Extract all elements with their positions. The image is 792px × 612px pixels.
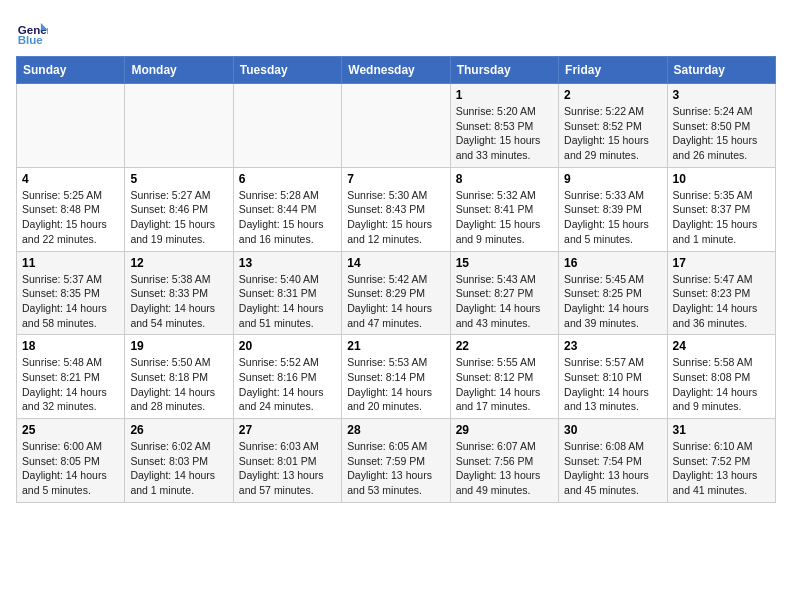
- calendar-cell: 5Sunrise: 5:27 AM Sunset: 8:46 PM Daylig…: [125, 167, 233, 251]
- day-number: 7: [347, 172, 444, 186]
- cell-text: Sunrise: 5:50 AM Sunset: 8:18 PM Dayligh…: [130, 355, 227, 414]
- week-row-2: 4Sunrise: 5:25 AM Sunset: 8:48 PM Daylig…: [17, 167, 776, 251]
- day-number: 16: [564, 256, 661, 270]
- cell-text: Sunrise: 5:32 AM Sunset: 8:41 PM Dayligh…: [456, 188, 553, 247]
- day-number: 10: [673, 172, 770, 186]
- calendar-cell: 29Sunrise: 6:07 AM Sunset: 7:56 PM Dayli…: [450, 419, 558, 503]
- day-number: 6: [239, 172, 336, 186]
- calendar-cell: 10Sunrise: 5:35 AM Sunset: 8:37 PM Dayli…: [667, 167, 775, 251]
- calendar-cell: 14Sunrise: 5:42 AM Sunset: 8:29 PM Dayli…: [342, 251, 450, 335]
- calendar-cell: 13Sunrise: 5:40 AM Sunset: 8:31 PM Dayli…: [233, 251, 341, 335]
- day-number: 3: [673, 88, 770, 102]
- day-number: 9: [564, 172, 661, 186]
- day-number: 20: [239, 339, 336, 353]
- calendar-cell: 26Sunrise: 6:02 AM Sunset: 8:03 PM Dayli…: [125, 419, 233, 503]
- cell-text: Sunrise: 6:07 AM Sunset: 7:56 PM Dayligh…: [456, 439, 553, 498]
- day-number: 19: [130, 339, 227, 353]
- day-number: 22: [456, 339, 553, 353]
- day-number: 15: [456, 256, 553, 270]
- calendar-cell: 28Sunrise: 6:05 AM Sunset: 7:59 PM Dayli…: [342, 419, 450, 503]
- cell-text: Sunrise: 6:10 AM Sunset: 7:52 PM Dayligh…: [673, 439, 770, 498]
- cell-text: Sunrise: 6:03 AM Sunset: 8:01 PM Dayligh…: [239, 439, 336, 498]
- cell-text: Sunrise: 5:40 AM Sunset: 8:31 PM Dayligh…: [239, 272, 336, 331]
- weekday-saturday: Saturday: [667, 57, 775, 84]
- calendar-cell: 4Sunrise: 5:25 AM Sunset: 8:48 PM Daylig…: [17, 167, 125, 251]
- calendar-cell: 11Sunrise: 5:37 AM Sunset: 8:35 PM Dayli…: [17, 251, 125, 335]
- day-number: 29: [456, 423, 553, 437]
- calendar-cell: 24Sunrise: 5:58 AM Sunset: 8:08 PM Dayli…: [667, 335, 775, 419]
- logo-icon: General Blue: [16, 16, 48, 48]
- day-number: 28: [347, 423, 444, 437]
- calendar-cell: 30Sunrise: 6:08 AM Sunset: 7:54 PM Dayli…: [559, 419, 667, 503]
- cell-text: Sunrise: 5:42 AM Sunset: 8:29 PM Dayligh…: [347, 272, 444, 331]
- calendar-cell: 31Sunrise: 6:10 AM Sunset: 7:52 PM Dayli…: [667, 419, 775, 503]
- calendar-cell: 15Sunrise: 5:43 AM Sunset: 8:27 PM Dayli…: [450, 251, 558, 335]
- day-number: 13: [239, 256, 336, 270]
- cell-text: Sunrise: 5:38 AM Sunset: 8:33 PM Dayligh…: [130, 272, 227, 331]
- calendar-cell: 23Sunrise: 5:57 AM Sunset: 8:10 PM Dayli…: [559, 335, 667, 419]
- weekday-monday: Monday: [125, 57, 233, 84]
- calendar-cell: 12Sunrise: 5:38 AM Sunset: 8:33 PM Dayli…: [125, 251, 233, 335]
- day-number: 25: [22, 423, 119, 437]
- cell-text: Sunrise: 5:28 AM Sunset: 8:44 PM Dayligh…: [239, 188, 336, 247]
- day-number: 18: [22, 339, 119, 353]
- day-number: 11: [22, 256, 119, 270]
- calendar-cell: 18Sunrise: 5:48 AM Sunset: 8:21 PM Dayli…: [17, 335, 125, 419]
- cell-text: Sunrise: 5:57 AM Sunset: 8:10 PM Dayligh…: [564, 355, 661, 414]
- calendar-cell: [17, 84, 125, 168]
- day-number: 14: [347, 256, 444, 270]
- svg-text:Blue: Blue: [18, 34, 44, 46]
- day-number: 23: [564, 339, 661, 353]
- calendar-cell: 25Sunrise: 6:00 AM Sunset: 8:05 PM Dayli…: [17, 419, 125, 503]
- calendar-cell: 16Sunrise: 5:45 AM Sunset: 8:25 PM Dayli…: [559, 251, 667, 335]
- week-row-4: 18Sunrise: 5:48 AM Sunset: 8:21 PM Dayli…: [17, 335, 776, 419]
- cell-text: Sunrise: 5:47 AM Sunset: 8:23 PM Dayligh…: [673, 272, 770, 331]
- cell-text: Sunrise: 5:24 AM Sunset: 8:50 PM Dayligh…: [673, 104, 770, 163]
- calendar-cell: 1Sunrise: 5:20 AM Sunset: 8:53 PM Daylig…: [450, 84, 558, 168]
- day-number: 1: [456, 88, 553, 102]
- day-number: 31: [673, 423, 770, 437]
- cell-text: Sunrise: 5:53 AM Sunset: 8:14 PM Dayligh…: [347, 355, 444, 414]
- day-number: 12: [130, 256, 227, 270]
- day-number: 26: [130, 423, 227, 437]
- calendar-cell: 9Sunrise: 5:33 AM Sunset: 8:39 PM Daylig…: [559, 167, 667, 251]
- day-number: 8: [456, 172, 553, 186]
- calendar-cell: 20Sunrise: 5:52 AM Sunset: 8:16 PM Dayli…: [233, 335, 341, 419]
- cell-text: Sunrise: 6:05 AM Sunset: 7:59 PM Dayligh…: [347, 439, 444, 498]
- cell-text: Sunrise: 5:48 AM Sunset: 8:21 PM Dayligh…: [22, 355, 119, 414]
- day-number: 4: [22, 172, 119, 186]
- calendar-cell: 17Sunrise: 5:47 AM Sunset: 8:23 PM Dayli…: [667, 251, 775, 335]
- logo: General Blue: [16, 16, 48, 48]
- calendar-cell: 2Sunrise: 5:22 AM Sunset: 8:52 PM Daylig…: [559, 84, 667, 168]
- weekday-tuesday: Tuesday: [233, 57, 341, 84]
- cell-text: Sunrise: 6:00 AM Sunset: 8:05 PM Dayligh…: [22, 439, 119, 498]
- cell-text: Sunrise: 5:37 AM Sunset: 8:35 PM Dayligh…: [22, 272, 119, 331]
- cell-text: Sunrise: 5:33 AM Sunset: 8:39 PM Dayligh…: [564, 188, 661, 247]
- calendar-cell: 27Sunrise: 6:03 AM Sunset: 8:01 PM Dayli…: [233, 419, 341, 503]
- calendar-body: 1Sunrise: 5:20 AM Sunset: 8:53 PM Daylig…: [17, 84, 776, 503]
- calendar-cell: 22Sunrise: 5:55 AM Sunset: 8:12 PM Dayli…: [450, 335, 558, 419]
- day-number: 21: [347, 339, 444, 353]
- cell-text: Sunrise: 5:27 AM Sunset: 8:46 PM Dayligh…: [130, 188, 227, 247]
- cell-text: Sunrise: 5:35 AM Sunset: 8:37 PM Dayligh…: [673, 188, 770, 247]
- calendar-cell: [233, 84, 341, 168]
- weekday-wednesday: Wednesday: [342, 57, 450, 84]
- week-row-3: 11Sunrise: 5:37 AM Sunset: 8:35 PM Dayli…: [17, 251, 776, 335]
- calendar-cell: 7Sunrise: 5:30 AM Sunset: 8:43 PM Daylig…: [342, 167, 450, 251]
- week-row-1: 1Sunrise: 5:20 AM Sunset: 8:53 PM Daylig…: [17, 84, 776, 168]
- cell-text: Sunrise: 5:25 AM Sunset: 8:48 PM Dayligh…: [22, 188, 119, 247]
- calendar-cell: [342, 84, 450, 168]
- day-number: 17: [673, 256, 770, 270]
- calendar-cell: 6Sunrise: 5:28 AM Sunset: 8:44 PM Daylig…: [233, 167, 341, 251]
- cell-text: Sunrise: 5:55 AM Sunset: 8:12 PM Dayligh…: [456, 355, 553, 414]
- day-number: 5: [130, 172, 227, 186]
- calendar-cell: 19Sunrise: 5:50 AM Sunset: 8:18 PM Dayli…: [125, 335, 233, 419]
- week-row-5: 25Sunrise: 6:00 AM Sunset: 8:05 PM Dayli…: [17, 419, 776, 503]
- cell-text: Sunrise: 5:52 AM Sunset: 8:16 PM Dayligh…: [239, 355, 336, 414]
- cell-text: Sunrise: 6:02 AM Sunset: 8:03 PM Dayligh…: [130, 439, 227, 498]
- calendar-table: SundayMondayTuesdayWednesdayThursdayFrid…: [16, 56, 776, 503]
- calendar-cell: 21Sunrise: 5:53 AM Sunset: 8:14 PM Dayli…: [342, 335, 450, 419]
- calendar-cell: 8Sunrise: 5:32 AM Sunset: 8:41 PM Daylig…: [450, 167, 558, 251]
- cell-text: Sunrise: 5:30 AM Sunset: 8:43 PM Dayligh…: [347, 188, 444, 247]
- day-number: 30: [564, 423, 661, 437]
